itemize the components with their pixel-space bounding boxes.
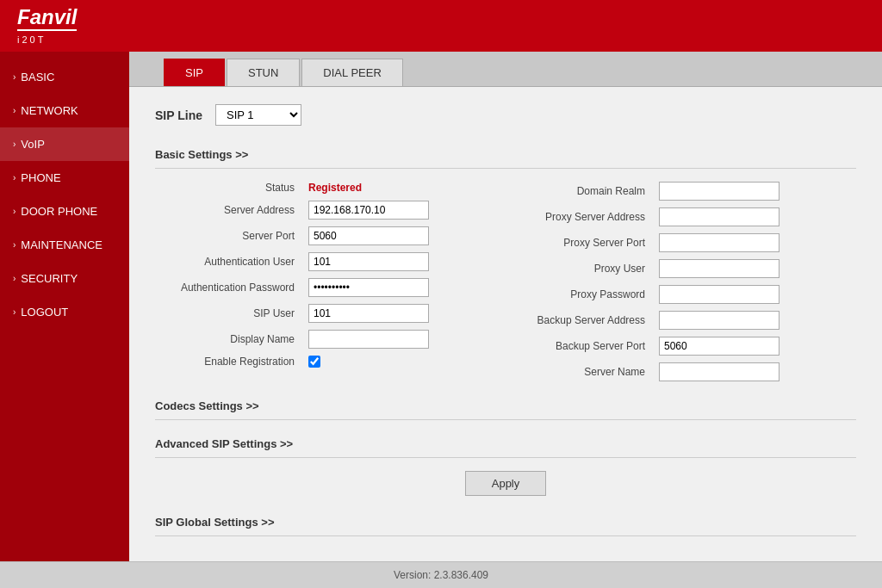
- logo-bar: [17, 29, 77, 31]
- tab-dial-peer-label: DIAL PEER: [323, 66, 381, 79]
- sip-line-row: SIP Line SIP 1 SIP 2 SIP 3 SIP 4: [155, 104, 856, 126]
- advanced-sip-header[interactable]: Advanced SIP Settings >>: [155, 430, 856, 458]
- tab-stun[interactable]: STUN: [227, 59, 300, 86]
- proxy-user-input[interactable]: [659, 259, 780, 278]
- field-row-server-address: Server Address: [155, 198, 506, 222]
- field-row-server-port: Server Port: [155, 224, 506, 248]
- sip-line-select[interactable]: SIP 1 SIP 2 SIP 3 SIP 4: [215, 104, 301, 126]
- arrow-icon: ›: [13, 139, 16, 149]
- tab-stun-label: STUN: [248, 66, 278, 79]
- proxy-server-port-input[interactable]: [659, 233, 780, 252]
- sip-user-input[interactable]: [308, 304, 429, 323]
- model-name: i20T: [17, 34, 77, 45]
- sidebar-label-security: SECURITY: [21, 272, 78, 285]
- settings-right-col: Domain Realm Proxy Server Address Proxy …: [506, 179, 856, 384]
- proxy-user-label: Proxy User: [514, 263, 652, 275]
- field-row-status: Status Registered: [155, 179, 506, 196]
- sidebar: › BASIC › NETWORK › VoIP › PHONE › DOOR …: [0, 52, 129, 561]
- sip-global-settings-header[interactable]: SIP Global Settings >>: [155, 509, 856, 536]
- backup-server-port-input[interactable]: [659, 337, 780, 356]
- server-port-input[interactable]: [308, 226, 429, 245]
- domain-realm-label: Domain Realm: [514, 185, 652, 197]
- field-row-server-name: Server Name: [506, 360, 856, 384]
- arrow-icon: ›: [13, 72, 16, 82]
- sidebar-label-phone: PHONE: [21, 171, 60, 184]
- content-area: SIP STUN DIAL PEER SIP Line SIP 1 SIP 2 …: [129, 52, 882, 561]
- sidebar-item-voip[interactable]: › VoIP: [0, 127, 129, 161]
- enable-registration-checkbox[interactable]: [308, 356, 320, 368]
- sidebar-label-voip: VoIP: [21, 138, 44, 151]
- server-address-input[interactable]: [308, 201, 429, 220]
- field-row-domain-realm: Domain Realm: [506, 179, 856, 203]
- auth-password-label: Authentication Password: [164, 282, 301, 294]
- sidebar-label-maintenance: MAINTENANCE: [21, 238, 102, 251]
- sidebar-item-security[interactable]: › SECURITY: [0, 262, 129, 295]
- status-label: Status: [164, 182, 301, 194]
- sidebar-item-basic[interactable]: › BASIC: [0, 60, 129, 94]
- server-name-label: Server Name: [514, 366, 652, 378]
- field-row-proxy-password: Proxy Password: [506, 282, 856, 306]
- arrow-icon: ›: [13, 207, 16, 216]
- sidebar-label-logout: LOGOUT: [21, 306, 68, 319]
- arrow-icon: ›: [13, 307, 16, 317]
- auth-user-label: Authentication User: [164, 256, 301, 268]
- sidebar-label-basic: BASIC: [21, 71, 54, 84]
- sidebar-item-door-phone[interactable]: › DOOR PHONE: [0, 195, 129, 228]
- main-layout: › BASIC › NETWORK › VoIP › PHONE › DOOR …: [0, 52, 882, 561]
- display-name-input[interactable]: [308, 330, 429, 349]
- tab-sip-label: SIP: [185, 66, 203, 79]
- basic-settings-grid: Status Registered Server Address Server …: [155, 179, 856, 384]
- field-row-backup-server-port: Backup Server Port: [506, 334, 856, 358]
- display-name-label: Display Name: [164, 333, 301, 345]
- sidebar-label-door-phone: DOOR PHONE: [21, 205, 97, 218]
- sip-user-label: SIP User: [164, 307, 301, 319]
- field-row-enable-registration: Enable Registration: [155, 353, 506, 370]
- field-row-auth-user: Authentication User: [155, 250, 506, 274]
- backup-server-port-label: Backup Server Port: [514, 340, 652, 352]
- proxy-server-address-input[interactable]: [659, 207, 780, 226]
- proxy-password-label: Proxy Password: [514, 288, 652, 300]
- sidebar-item-phone[interactable]: › PHONE: [0, 161, 129, 195]
- header: Fanvil i20T: [0, 0, 882, 52]
- tab-sip[interactable]: SIP: [164, 59, 225, 86]
- sip-line-label: SIP Line: [155, 108, 202, 122]
- server-port-label: Server Port: [164, 230, 301, 242]
- proxy-password-input[interactable]: [659, 285, 780, 304]
- enable-registration-label: Enable Registration: [164, 356, 301, 368]
- page-content: SIP Line SIP 1 SIP 2 SIP 3 SIP 4 Basic S…: [129, 87, 882, 561]
- proxy-server-address-label: Proxy Server Address: [514, 211, 652, 223]
- field-row-auth-password: Authentication Password: [155, 275, 506, 300]
- field-row-backup-server-address: Backup Server Address: [506, 308, 856, 332]
- status-value: Registered: [308, 182, 362, 194]
- sidebar-item-logout[interactable]: › LOGOUT: [0, 295, 129, 329]
- footer: Version: 2.3.836.409: [0, 561, 882, 588]
- auth-password-input[interactable]: [308, 278, 429, 297]
- tab-bar: SIP STUN DIAL PEER: [129, 52, 882, 87]
- logo: Fanvil i20T: [17, 7, 77, 45]
- sidebar-label-network: NETWORK: [21, 104, 78, 117]
- proxy-server-port-label: Proxy Server Port: [514, 237, 652, 249]
- arrow-icon: ›: [13, 173, 16, 183]
- server-address-label: Server Address: [164, 204, 301, 216]
- tab-dial-peer[interactable]: DIAL PEER: [301, 59, 402, 86]
- brand-name: Fanvil: [17, 7, 77, 28]
- apply-button[interactable]: Apply: [465, 471, 547, 496]
- domain-realm-input[interactable]: [659, 182, 780, 201]
- field-row-proxy-user: Proxy User: [506, 257, 856, 281]
- field-row-sip-user: SIP User: [155, 301, 506, 325]
- auth-user-input[interactable]: [308, 252, 429, 271]
- backup-server-address-input[interactable]: [659, 311, 780, 330]
- sidebar-item-maintenance[interactable]: › MAINTENANCE: [0, 228, 129, 262]
- apply-section: Apply: [155, 471, 856, 496]
- basic-settings-header[interactable]: Basic Settings >>: [155, 141, 856, 169]
- arrow-icon: ›: [13, 106, 16, 115]
- arrow-icon: ›: [13, 240, 16, 250]
- field-row-proxy-server-address: Proxy Server Address: [506, 205, 856, 229]
- sidebar-item-network[interactable]: › NETWORK: [0, 94, 129, 127]
- field-row-display-name: Display Name: [155, 327, 506, 351]
- version-text: Version: 2.3.836.409: [394, 569, 488, 581]
- arrow-icon: ›: [13, 274, 16, 283]
- settings-left-col: Status Registered Server Address Server …: [155, 179, 506, 384]
- codecs-settings-header[interactable]: Codecs Settings >>: [155, 393, 856, 420]
- server-name-input[interactable]: [659, 362, 780, 381]
